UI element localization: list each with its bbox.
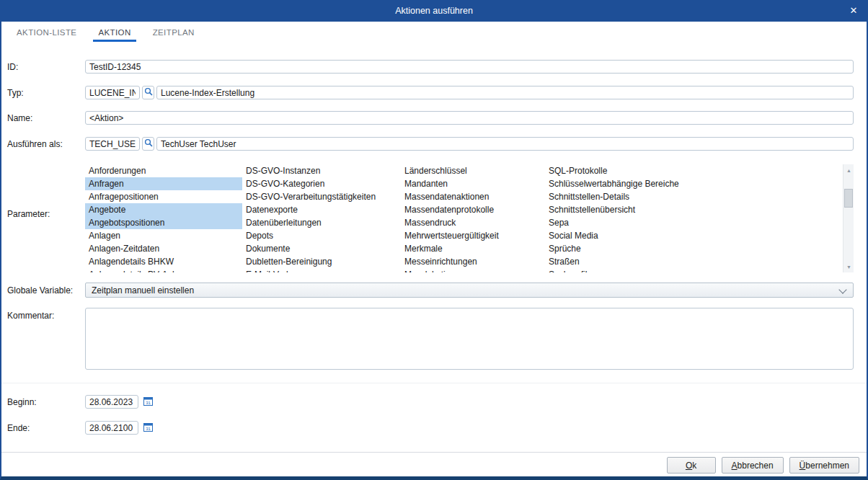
scrollbar-thumb[interactable]	[844, 189, 853, 208]
vertical-scrollbar[interactable]: ▲ ▼	[843, 164, 854, 272]
beginn-calendar-button[interactable]: 31	[142, 395, 154, 409]
name-input[interactable]	[85, 111, 854, 125]
globale-variable-dropdown[interactable]: Zeitplan manuell einstellen	[85, 283, 854, 298]
window-title: Aktionen ausführen	[1, 0, 867, 22]
parameter-item[interactable]: Schnittstellen-Details	[545, 190, 843, 203]
ausfuehren-als-label: Ausführen als:	[7, 139, 63, 150]
svg-text:31: 31	[146, 426, 151, 430]
id-label: ID:	[7, 62, 18, 73]
parameter-list: AnforderungenAnfragenAnfragepositionenAn…	[85, 164, 854, 272]
parameter-item[interactable]: Merkmale	[401, 242, 545, 255]
ende-calendar-button[interactable]: 31	[142, 421, 154, 435]
parameter-item[interactable]: Messlokationen	[401, 268, 545, 272]
ausfuehren-als-description-field	[156, 137, 854, 151]
parameter-item[interactable]: Massendatenprotokolle	[401, 203, 545, 216]
parameter-item[interactable]: E-Mail-Vorlagen	[242, 268, 401, 272]
magnifier-icon	[144, 87, 153, 98]
parameter-item[interactable]: Straßen	[545, 255, 843, 268]
parameter-item[interactable]: Massendatenaktionen	[401, 190, 545, 203]
magnifier-icon	[144, 138, 153, 149]
globale-variable-label: Globale Variable:	[7, 285, 73, 296]
kommentar-label: Kommentar:	[7, 311, 54, 321]
tab-zeitplan[interactable]: ZEITPLAN	[148, 22, 200, 43]
kommentar-textarea[interactable]	[85, 308, 854, 370]
parameter-item[interactable]: Mehrwertsteuergültigkeit	[401, 229, 545, 242]
parameter-item[interactable]: Schnittstellenübersicht	[545, 203, 843, 216]
parameter-item[interactable]: Anfragen	[85, 177, 242, 190]
parameter-item[interactable]: Anforderungen	[85, 164, 242, 177]
parameter-item[interactable]: Depots	[242, 229, 401, 242]
scroll-up-icon[interactable]: ▲	[843, 164, 854, 176]
divider	[1, 452, 867, 453]
parameter-item[interactable]: Länderschlüssel	[401, 164, 545, 177]
parameter-item[interactable]: Anfragepositionen	[85, 190, 242, 203]
parameter-column-3: LänderschlüsselMandantenMassendatenaktio…	[401, 164, 545, 272]
parameter-item[interactable]: Mandanten	[401, 177, 545, 190]
typ-code-input[interactable]	[85, 86, 140, 99]
parameter-item[interactable]: Messeinrichtungen	[401, 255, 545, 268]
chevron-down-icon	[838, 285, 846, 293]
parameter-item[interactable]: Anlagendetails PV-Anlage	[85, 268, 242, 272]
ausfuehren-als-lookup-button[interactable]	[142, 137, 154, 151]
svg-text:31: 31	[146, 400, 151, 404]
tab-bar: AKTION-LISTEAKTIONZEITPLAN	[1, 22, 867, 43]
parameter-item[interactable]: Schlüsselwertabhängige Bereiche	[545, 177, 843, 190]
calendar-icon: 31	[143, 396, 153, 408]
ende-date-input[interactable]	[85, 421, 138, 435]
typ-label: Typ:	[7, 88, 24, 99]
divider	[1, 383, 867, 383]
dialog-aktionen-ausfuehren: Aktionen ausführen ✕ AKTION-LISTEAKTIONZ…	[0, 0, 868, 480]
parameter-item[interactable]: Sprüche	[545, 242, 843, 255]
ende-label: Ende:	[7, 423, 30, 434]
id-input[interactable]	[85, 60, 854, 74]
ok-button[interactable]: Ok	[667, 457, 716, 474]
scroll-down-icon[interactable]: ▼	[843, 261, 854, 272]
parameter-item[interactable]: Anlagen-Zeitdaten	[85, 242, 242, 255]
close-icon[interactable]: ✕	[841, 0, 867, 22]
parameter-item[interactable]: DS-GVO-Verarbeitungstätigkeiten	[242, 190, 401, 203]
parameter-item[interactable]: Massendruck	[401, 216, 545, 229]
parameter-column-1: AnforderungenAnfragenAnfragepositionenAn…	[85, 164, 242, 272]
parameter-column-4: SQL-ProtokolleSchlüsselwertabhängige Ber…	[545, 164, 843, 272]
parameter-item[interactable]: DS-GVO-Instanzen	[242, 164, 401, 177]
parameter-item[interactable]: Angebotspositionen	[85, 216, 242, 229]
abbrechen-button[interactable]: Abbrechen	[722, 457, 784, 474]
calendar-icon: 31	[143, 422, 153, 434]
parameter-item[interactable]: Sepa	[545, 216, 843, 229]
parameter-item[interactable]: Dubletten-Bereinigung	[242, 255, 401, 268]
parameter-columns: AnforderungenAnfragenAnfragepositionenAn…	[85, 164, 843, 272]
tab-aktion-liste[interactable]: AKTION-LISTE	[12, 22, 81, 43]
ausfuehren-als-code-input[interactable]	[85, 137, 140, 151]
footer-button-bar: OkAbbrechenÜbernehmen	[667, 457, 859, 474]
titlebar[interactable]: Aktionen ausführen ✕	[1, 0, 867, 22]
typ-lookup-button[interactable]	[142, 86, 154, 99]
parameter-item[interactable]: Datenexporte	[242, 203, 401, 216]
beginn-label: Beginn:	[7, 397, 37, 408]
parameter-item[interactable]: SQL-Protokolle	[545, 164, 843, 177]
parameter-item[interactable]: Anlagendetails BHKW	[85, 255, 242, 268]
parameter-item[interactable]: DS-GVO-Kategorien	[242, 177, 401, 190]
beginn-date-input[interactable]	[85, 395, 138, 409]
globale-variable-value: Zeitplan manuell einstellen	[92, 285, 194, 295]
parameter-item[interactable]: Dokumente	[242, 242, 401, 255]
parameter-item[interactable]: Angebote	[85, 203, 242, 216]
parameter-item[interactable]: Suchprofile	[545, 268, 843, 272]
tab-aktion[interactable]: AKTION	[93, 22, 136, 43]
parameter-column-2: DS-GVO-InstanzenDS-GVO-KategorienDS-GVO-…	[242, 164, 401, 272]
parameter-item[interactable]: Anlagen	[85, 229, 242, 242]
uebernehmen-button[interactable]: Übernehmen	[789, 457, 859, 474]
parameter-label: Parameter:	[7, 209, 50, 220]
parameter-item[interactable]: Datenüberleitungen	[242, 216, 401, 229]
parameter-item[interactable]: Social Media	[545, 229, 843, 242]
name-label: Name:	[7, 113, 32, 124]
typ-description-field	[156, 86, 854, 99]
